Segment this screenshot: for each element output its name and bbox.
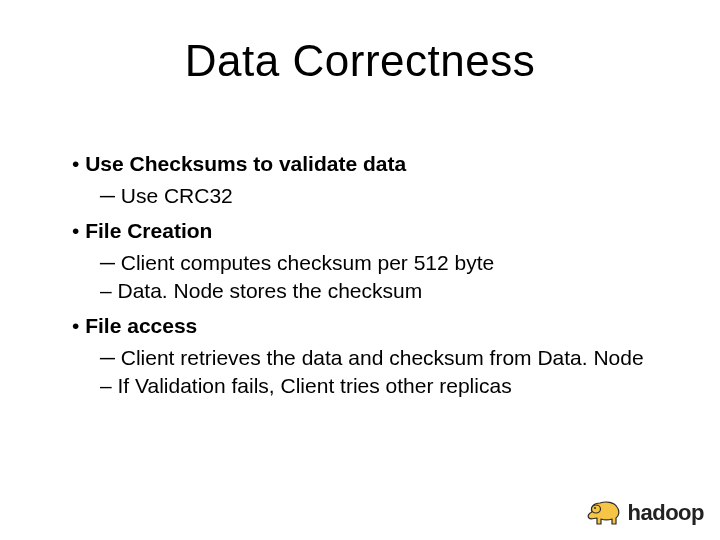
bullet-l2-text: Data. Node stores the checksum [118, 279, 423, 302]
bullet-l2: ─ Client computes checksum per 512 byte [100, 249, 660, 277]
bullet-file-creation: File Creation ─ Client computes checksum… [72, 217, 660, 306]
bullet-checksums: Use Checksums to validate data ─ Use CRC… [72, 150, 660, 211]
bullet-l2-text: If Validation fails, Client tries other … [118, 374, 512, 397]
elephant-icon [586, 498, 622, 528]
bullet-l2-text: Client computes checksum per 512 byte [121, 251, 495, 274]
bullet-l1-text: File Creation [85, 219, 212, 242]
slide-title: Data Correctness [0, 36, 720, 86]
bullet-l2: ─ Use CRC32 [100, 182, 660, 210]
hadoop-logo-text: hadoop [628, 500, 704, 526]
svg-point-0 [591, 505, 600, 513]
hadoop-logo: hadoop [586, 498, 704, 528]
slide: Data Correctness Use Checksums to valida… [0, 0, 720, 540]
bullet-l2-text: Client retrieves the data and checksum f… [121, 346, 644, 369]
bullet-l2-text: Use CRC32 [121, 184, 233, 207]
bullet-l1-text: Use Checksums to validate data [85, 152, 406, 175]
bullet-l2: ─ Client retrieves the data and checksum… [100, 344, 660, 372]
bullet-l1: Use Checksums to validate data [72, 150, 660, 178]
slide-body: Use Checksums to validate data ─ Use CRC… [72, 150, 660, 407]
bullet-l1: File access [72, 312, 660, 340]
bullet-l1: File Creation [72, 217, 660, 245]
bullet-file-access: File access ─ Client retrieves the data … [72, 312, 660, 401]
svg-point-1 [594, 507, 596, 509]
bullet-l1-text: File access [85, 314, 197, 337]
bullet-l2: If Validation fails, Client tries other … [100, 372, 660, 400]
bullet-l2: Data. Node stores the checksum [100, 277, 660, 305]
